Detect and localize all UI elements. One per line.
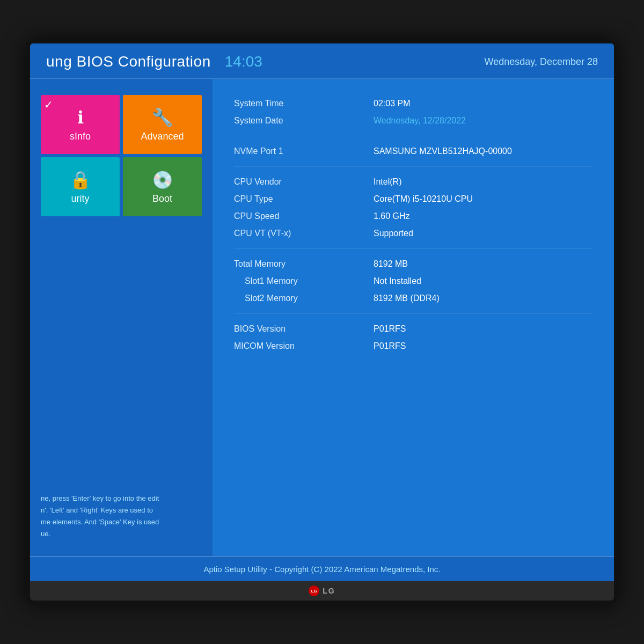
monitor-brand: LG LG <box>30 581 614 601</box>
system-time-value: 02:03 PM <box>374 99 410 108</box>
total-memory-label: Total Memory <box>234 259 374 269</box>
footer-text: Aptio Setup Utility - Copyright (C) 2022… <box>203 565 440 574</box>
system-date-label: System Date <box>234 116 374 126</box>
checkmark-icon: ✓ <box>44 98 53 111</box>
cpu-vt-row: CPU VT (VT-x) Supported <box>234 225 592 242</box>
cpu-speed-label: CPU Speed <box>234 211 374 221</box>
divider-2 <box>234 166 592 167</box>
cpu-speed-row: CPU Speed 1.60 GHz <box>234 208 592 225</box>
bios-version-value: P01RFS <box>374 324 406 334</box>
sysinfo-icon: ℹ <box>77 107 84 128</box>
nvme-label: NVMe Port 1 <box>234 147 374 156</box>
lg-brand-text: LG <box>323 587 335 595</box>
cpu-type-value: Core(TM) i5-10210U CPU <box>374 194 473 204</box>
bios-date: Wednesday, December 28 <box>485 56 598 68</box>
cpu-vt-value: Supported <box>374 229 413 238</box>
bios-title: ung BIOS Configuration <box>46 53 211 70</box>
micom-version-value: P01RFS <box>374 341 406 351</box>
nav-tiles: ✓ ℹ sInfo 🔧 Advanced 🔒 urity 💿 B <box>30 90 202 222</box>
help-text: ne, press 'Enter' key to go into the edi… <box>30 482 202 545</box>
cpu-type-row: CPU Type Core(TM) i5-10210U CPU <box>234 191 592 208</box>
tile-advanced-label: Advanced <box>141 131 184 142</box>
cpu-vt-label: CPU VT (VT-x) <box>234 229 374 238</box>
tile-security-label: urity <box>71 193 89 204</box>
nvme-row: NVMe Port 1 SAMSUNG MZVLB512HAJQ-00000 <box>234 143 592 160</box>
advanced-icon: 🔧 <box>152 107 173 128</box>
slot2-row: Slot2 Memory 8192 MB (DDR4) <box>234 290 592 307</box>
slot1-row: Slot1 Memory Not Installed <box>234 273 592 290</box>
tile-security[interactable]: 🔒 urity <box>41 157 120 216</box>
cpu-vendor-row: CPU Vendor Intel(R) <box>234 173 592 191</box>
system-time-row: System Time 02:03 PM <box>234 95 592 112</box>
lg-circle-icon: LG <box>309 586 319 596</box>
info-panel: System Time 02:03 PM System Date Wednesd… <box>213 79 614 556</box>
micom-version-label: MICOM Version <box>234 341 374 351</box>
slot2-label: Slot2 Memory <box>234 294 374 303</box>
sidebar: ✓ ℹ sInfo 🔧 Advanced 🔒 urity 💿 B <box>30 79 213 556</box>
footer: Aptio Setup Utility - Copyright (C) 2022… <box>30 556 614 581</box>
monitor-frame: ung BIOS Configuration 14:03 Wednesday, … <box>27 40 617 604</box>
tile-sysinfo[interactable]: ✓ ℹ sInfo <box>41 95 120 154</box>
cpu-vendor-value: Intel(R) <box>374 177 401 187</box>
help-line-4: ue. <box>41 528 191 540</box>
cpu-type-label: CPU Type <box>234 194 374 204</box>
tile-sysinfo-label: sInfo <box>70 131 91 142</box>
security-icon: 🔒 <box>70 170 91 190</box>
slot1-label: Slot1 Memory <box>234 276 374 286</box>
system-time-label: System Time <box>234 99 374 108</box>
help-line-3: me elements. And 'Space' Key is used <box>41 516 191 528</box>
nvme-value: SAMSUNG MZVLB512HAJQ-00000 <box>374 147 512 156</box>
header-bar: ung BIOS Configuration 14:03 Wednesday, … <box>30 43 614 79</box>
system-date-value: Wednesday, 12/28/2022 <box>374 116 466 126</box>
bios-version-label: BIOS Version <box>234 324 374 334</box>
boot-icon: 💿 <box>152 170 173 190</box>
lg-circle-text: LG <box>311 589 317 594</box>
total-memory-row: Total Memory 8192 MB <box>234 255 592 273</box>
divider-1 <box>234 136 592 136</box>
total-memory-value: 8192 MB <box>374 259 408 269</box>
bios-version-row: BIOS Version P01RFS <box>234 320 592 338</box>
system-date-row: System Date Wednesday, 12/28/2022 <box>234 112 592 129</box>
help-line-2: n', 'Left' and 'Right' Keys are used to <box>41 504 191 516</box>
tile-boot[interactable]: 💿 Boot <box>123 157 202 216</box>
info-table: System Time 02:03 PM System Date Wednesd… <box>234 95 592 355</box>
tile-boot-label: Boot <box>152 193 172 204</box>
cpu-vendor-label: CPU Vendor <box>234 177 374 187</box>
cpu-speed-value: 1.60 GHz <box>374 211 410 221</box>
slot2-value: 8192 MB (DDR4) <box>374 294 440 303</box>
help-line-1: ne, press 'Enter' key to go into the edi… <box>41 493 191 504</box>
micom-version-row: MICOM Version P01RFS <box>234 338 592 355</box>
divider-3 <box>234 248 592 249</box>
screen: ung BIOS Configuration 14:03 Wednesday, … <box>30 43 614 581</box>
main-content: ✓ ℹ sInfo 🔧 Advanced 🔒 urity 💿 B <box>30 79 614 556</box>
tile-advanced[interactable]: 🔧 Advanced <box>123 95 202 154</box>
slot1-value: Not Installed <box>374 276 421 286</box>
bios-time: 14:03 <box>225 53 262 70</box>
divider-4 <box>234 313 592 314</box>
